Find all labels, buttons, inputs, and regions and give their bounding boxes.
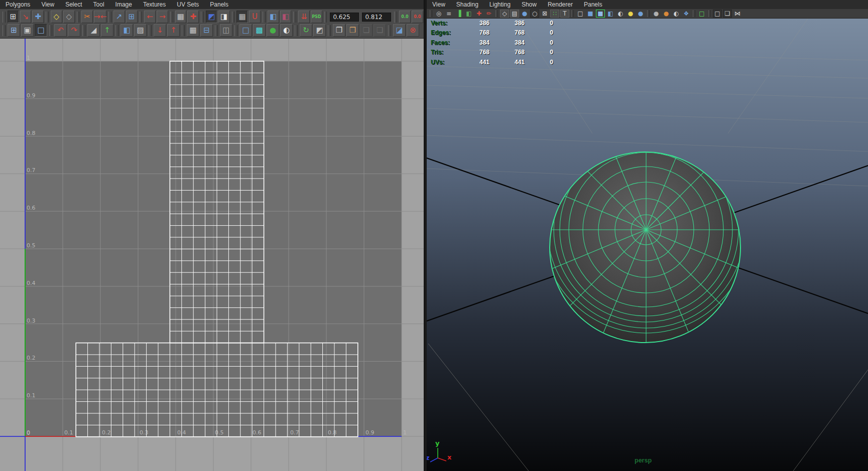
subtract-grid-icon[interactable]: ⊟ xyxy=(200,24,213,37)
rotate-angle-up-icon[interactable]: 0.0 xyxy=(399,11,411,23)
viewport-menu-shading[interactable]: Shading xyxy=(451,0,484,9)
subdiv-cube-icon[interactable]: ■ xyxy=(596,10,605,18)
select-shell-icon[interactable]: ◇ xyxy=(63,11,75,23)
wireframe-mode-icon[interactable]: ◇ xyxy=(500,10,509,18)
uv-smudge-tool-icon[interactable]: ↘ xyxy=(20,11,32,23)
select-shortest-path-icon[interactable]: ◇ xyxy=(51,11,62,23)
geometry-set-icon[interactable]: ❖ xyxy=(682,10,691,18)
xray-mode-icon[interactable]: ⊠ xyxy=(540,10,549,18)
film-gate-icon[interactable]: ▤ xyxy=(510,10,519,18)
menu-uv-sets[interactable]: UV Sets xyxy=(171,0,204,9)
grid-uvs-icon[interactable]: ▦ xyxy=(187,24,199,37)
display-image-icon[interactable]: ◩ xyxy=(206,11,217,23)
paste-u-icon[interactable]: ❏ xyxy=(360,24,373,37)
uv-editor-canvas[interactable]: 00.10.20.30.40.50.60.70.80.9100.10.20.30… xyxy=(0,39,424,471)
shaded-ball-icon[interactable]: ● xyxy=(662,10,671,18)
material-ball-icon[interactable]: ● xyxy=(636,10,645,18)
viewport-menu-lighting[interactable]: Lighting xyxy=(484,0,516,9)
uv-lattice-tool-icon[interactable]: ⊞ xyxy=(8,11,19,23)
flat-shade-icon[interactable]: ○ xyxy=(530,10,539,18)
view-grid-icon[interactable]: □ xyxy=(239,24,252,37)
uv-u-transform-field[interactable] xyxy=(330,13,359,22)
shade-uvs-icon[interactable]: ◧ xyxy=(268,11,279,23)
viewport-menu-view[interactable]: View xyxy=(427,0,451,9)
unfold-uv-icon[interactable]: ↗ xyxy=(113,11,125,23)
smooth-shade-icon[interactable]: ● xyxy=(520,10,529,18)
copy-uvs-icon[interactable]: ❐ xyxy=(333,24,345,37)
default-material-icon[interactable]: ● xyxy=(652,10,661,18)
image-plane-icon[interactable]: ◧ xyxy=(464,10,473,18)
rotate-angle-down-icon[interactable]: 0.0 xyxy=(412,11,423,23)
perspective-3d-view[interactable]: yxz xyxy=(427,18,868,471)
paste-v-icon[interactable]: ❏ xyxy=(374,24,386,37)
hypergraph-icon[interactable]: ⋈ xyxy=(733,10,742,18)
rotate-cw-icon[interactable]: ↷ xyxy=(68,24,80,37)
menu-textures[interactable]: Textures xyxy=(138,0,171,9)
bake-texture-icon[interactable]: ⇊ xyxy=(298,11,310,23)
isolate-select-icon[interactable]: □ xyxy=(697,10,706,18)
hud-row-tris: Tris:7687680 xyxy=(427,49,577,58)
flip-uv-icon[interactable]: ◢ xyxy=(87,24,100,37)
camera-attributes-icon[interactable]: ≡ xyxy=(444,10,453,18)
menu-tool[interactable]: Tool xyxy=(88,0,110,9)
textured-cube-icon[interactable]: ◧ xyxy=(606,10,615,18)
delete-uvs-icon[interactable]: ⊗ xyxy=(407,24,419,37)
snap-to-grid-icon[interactable]: ▦ xyxy=(175,11,187,23)
toolbar-separator xyxy=(115,25,118,36)
menu-polygons[interactable]: Polygons xyxy=(0,0,36,9)
extrude-shell-icon[interactable]: ◧ xyxy=(120,24,133,37)
uv-v-transform-field[interactable] xyxy=(362,13,391,22)
svg-text:0.3: 0.3 xyxy=(27,318,36,324)
scene-cube-icon[interactable]: □ xyxy=(713,10,722,18)
overlap-shade-icon[interactable]: ◧ xyxy=(280,11,292,23)
checker-tile-icon[interactable]: ▩ xyxy=(253,24,266,37)
viewport-toolbar: ◎≡▐◧✚✏◇▤●○⊠∷T□■■◧◐●●●●◐❖□□❏⋈ xyxy=(427,9,868,19)
smooth-cube-icon[interactable]: ■ xyxy=(586,10,595,18)
align-uv-down-icon[interactable]: ↓ xyxy=(154,24,166,37)
rotate-ccw-icon[interactable]: ↶ xyxy=(54,24,67,37)
sew-uv-edges-icon[interactable]: →← xyxy=(94,11,106,23)
grease-pencil-icon[interactable]: ✏ xyxy=(484,10,493,18)
checker-sphere-icon[interactable]: ◐ xyxy=(616,10,625,18)
menu-panels[interactable]: Panels xyxy=(204,0,234,9)
move-manipulator-icon[interactable]: ✚ xyxy=(474,10,483,18)
cycle-uvs-icon[interactable]: ▨ xyxy=(134,24,147,37)
dim-image-icon[interactable]: ▦ xyxy=(236,11,248,23)
pixel-snap-icon[interactable]: U xyxy=(249,11,261,23)
menu-select[interactable]: Select xyxy=(60,0,87,9)
bounding-box-icon[interactable]: □ xyxy=(576,10,585,18)
add-uv-grid-icon[interactable]: ✚ xyxy=(187,11,199,23)
viewport-menu-panels[interactable]: Panels xyxy=(578,0,608,9)
select-uv-tool-icon[interactable]: ▣ xyxy=(21,24,34,37)
viewport-menu-renderer[interactable]: Renderer xyxy=(542,0,578,9)
use-image-ratio-icon[interactable]: ◩ xyxy=(313,24,326,37)
refresh-image-icon[interactable]: ↻ xyxy=(300,24,312,37)
marquee-select-icon[interactable]: □ xyxy=(35,24,47,37)
half-shade-icon[interactable]: ◐ xyxy=(672,10,681,18)
align-uv-right-icon[interactable]: → xyxy=(157,11,168,23)
cut-uv-edges-icon[interactable]: ✂ xyxy=(81,11,93,23)
hud-stat-value: 386 xyxy=(459,20,489,27)
align-uv-up-icon[interactable]: ↑ xyxy=(167,24,180,37)
update-psd-icon[interactable]: PSD xyxy=(311,11,322,23)
texture-display-icon[interactable]: T xyxy=(560,10,569,18)
viewport-menu-show[interactable]: Show xyxy=(516,0,542,9)
filtered-image-icon[interactable]: ◫ xyxy=(220,24,232,37)
copy-options-icon[interactable]: ◪ xyxy=(393,24,406,37)
select-camera-icon[interactable]: ◎ xyxy=(434,10,443,18)
align-uv-left-icon[interactable]: ← xyxy=(144,11,156,23)
image-ratio-icon[interactable]: ◨ xyxy=(218,11,230,23)
layout-uv-icon[interactable]: ⊞ xyxy=(126,11,138,23)
layer-panels-icon[interactable]: ❏ xyxy=(723,10,732,18)
paste-uvs-icon[interactable]: ❒ xyxy=(346,24,359,37)
vertex-display-icon[interactable]: ∷ xyxy=(550,10,559,18)
menu-image[interactable]: Image xyxy=(110,0,138,9)
rgb-channels-icon[interactable]: ● xyxy=(267,24,279,37)
alpha-channel-icon[interactable]: ◐ xyxy=(280,24,293,37)
use-all-lights-icon[interactable]: ● xyxy=(626,10,635,18)
bookmarks-icon[interactable]: ▐ xyxy=(454,10,463,18)
menu-view[interactable]: View xyxy=(36,0,60,9)
uv-lattice-alt-icon[interactable]: ⊞ xyxy=(8,24,20,37)
move-vertex-icon[interactable]: ↑ xyxy=(101,24,113,37)
move-uv-shell-tool-icon[interactable]: ✚ xyxy=(32,11,44,23)
